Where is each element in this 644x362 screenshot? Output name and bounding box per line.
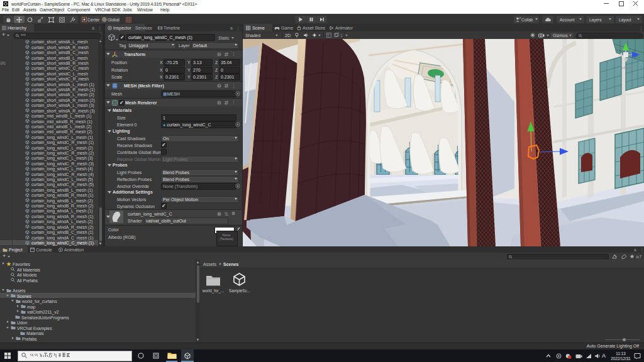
svg-text:?: ?	[218, 84, 220, 88]
svg-text:◂ Persp: ◂ Persp	[621, 66, 633, 70]
svg-text:?: ?	[218, 101, 220, 105]
svg-text:?: ?	[218, 53, 220, 57]
